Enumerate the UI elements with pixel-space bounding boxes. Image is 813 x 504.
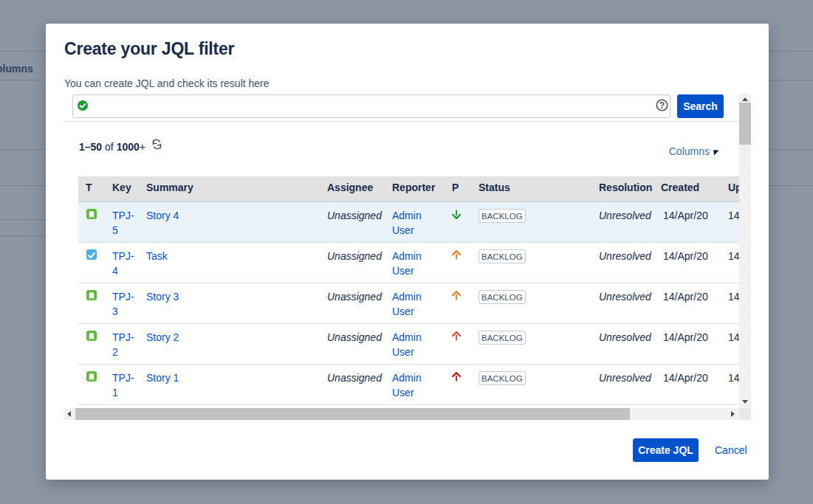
svg-text:?: ? <box>659 100 665 111</box>
